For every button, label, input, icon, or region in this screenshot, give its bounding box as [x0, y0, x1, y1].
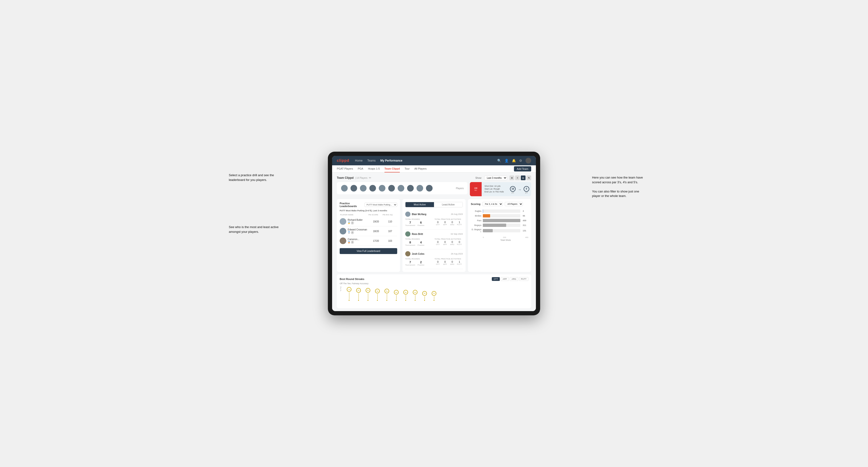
activity-card: Most Active Least Active Blair McHarg 26… — [402, 199, 466, 272]
streak-bubble: 4x — [403, 290, 408, 294]
activity-avatar — [405, 212, 410, 217]
putt-filter-button[interactable]: PUTT — [519, 277, 529, 281]
card-view-icon[interactable]: ▤ — [521, 176, 526, 180]
tablet-screen: clippd Home Teams My Performance 🔍 👤 🔔 ⚙… — [332, 156, 536, 311]
app-filter-button[interactable]: APP — [501, 277, 509, 281]
bar-label: Bogeys — [471, 224, 482, 226]
yds-left: 16 — [510, 186, 516, 192]
player-avatar — [340, 228, 346, 235]
filter-icon[interactable]: ⇅ — [526, 176, 531, 180]
ott-filter-button[interactable]: OTT — [492, 277, 500, 281]
bar-fill — [483, 214, 490, 217]
nav-item-home[interactable]: Home — [355, 159, 363, 162]
most-active-toggle[interactable]: Most Active — [405, 202, 434, 207]
bell-icon[interactable]: 🔔 — [512, 159, 516, 162]
streak-line — [434, 296, 434, 299]
chart-x-axis: 0 200 400 — [471, 236, 528, 239]
activity-player-name: Blair McHarg — [412, 213, 427, 216]
streak-pin: 5x — [375, 289, 380, 301]
sub-nav-pga[interactable]: PGA — [358, 165, 363, 173]
practice-activities-section: Total Practice Activities 0 OTT 0 — [434, 258, 463, 266]
arg-val: 0 — [449, 221, 456, 224]
activity-date: 26 Aug 2023 — [451, 213, 463, 215]
sub-nav-hcaps[interactable]: Hcaps 1-5 — [368, 165, 380, 173]
player-avatar[interactable] — [388, 184, 395, 192]
player-avatar[interactable] — [378, 184, 386, 192]
ott-label: OTT — [434, 243, 441, 246]
activity-player-info: Blair McHarg — [405, 212, 427, 217]
ott-val: 0 — [434, 241, 441, 243]
arg-val: 0 — [449, 241, 456, 243]
putt-label: PUTT — [456, 263, 463, 266]
activity-avatar — [405, 251, 410, 256]
streak-pin: 5x — [384, 289, 389, 301]
col-pb-score: PB SCORE — [368, 214, 382, 216]
arg-val: 0 — [449, 260, 456, 263]
nav-item-teams[interactable]: Teams — [367, 159, 375, 162]
people-icon[interactable]: 👤 — [504, 159, 508, 162]
sub-nav-all-players[interactable]: All Players — [414, 165, 427, 173]
scoring-players-filter[interactable]: All Players — [505, 202, 523, 206]
activity-header: Blair McHarg 26 Aug 2023 — [405, 212, 463, 217]
player-avatar[interactable] — [369, 184, 376, 192]
scoring-par-filter[interactable]: Par 3, 4 & 5s — [483, 202, 503, 206]
leaderboard-filter-select[interactable]: PUTT Must Make Putting... — [365, 203, 397, 207]
player-avatar[interactable] — [341, 184, 348, 192]
show-select[interactable]: Last 3 months Last month Last year — [484, 176, 507, 180]
annotation-right: Here you can see how the team have score… — [592, 175, 644, 198]
gold-medal-icon: 🥇 — [348, 222, 350, 224]
bar-value: 499 — [523, 219, 528, 222]
app-col: 0 APP — [442, 260, 448, 266]
putt-val: 1 — [456, 260, 463, 263]
rounds-section-title: Total Rounds — [405, 238, 434, 240]
bar-container — [483, 219, 520, 222]
sub-nav-pgat[interactable]: PGAT Players — [337, 165, 353, 173]
player-avatar[interactable] — [350, 184, 358, 192]
player-avatar[interactable] — [416, 184, 424, 192]
annotation-bottom-left: See who is the most and least active amo… — [229, 225, 281, 234]
search-icon[interactable]: 🔍 — [497, 159, 501, 162]
streak-line — [406, 295, 406, 299]
streak-line — [415, 295, 415, 299]
sub-nav-tour[interactable]: Tour — [404, 165, 409, 173]
bar-label: D. Bogeys + — [471, 228, 482, 233]
settings-icon[interactable]: ⚙ — [519, 159, 522, 162]
view-full-leaderboard-button[interactable]: View Full Leaderboard — [340, 248, 397, 254]
bar-row: Pars 499 — [471, 219, 528, 222]
avg-sq: 103 — [383, 240, 397, 242]
rounds-section-title: Total Rounds — [405, 218, 434, 220]
bar-container — [483, 224, 520, 227]
sub-nav-team-clippd[interactable]: Team Clippd — [384, 165, 400, 173]
streak-pin: 4x — [403, 290, 408, 301]
grid-view-icon[interactable]: ⊞ — [509, 176, 514, 180]
ott-col: 0 OTT — [434, 260, 441, 266]
avatar[interactable] — [526, 158, 531, 163]
player-avatar[interactable] — [426, 184, 433, 192]
streak-bubble: 5x — [384, 289, 389, 293]
practice-activities-title: Total Practice Activities — [434, 258, 463, 260]
add-team-button[interactable]: Add Team — [514, 166, 531, 172]
activity-player-item: Josh Coles 26 Aug 2023 Total Rounds 7 — [405, 249, 463, 269]
bar-value: 3 — [523, 210, 528, 212]
streak-line — [359, 293, 359, 299]
streaks-section: Best Round Streaks OTT APP ARG PUTT Off … — [337, 274, 531, 308]
arg-filter-button[interactable]: ARG — [510, 277, 518, 281]
bar-container — [483, 229, 520, 232]
streak-dot — [368, 300, 368, 301]
player-avatars-section: Players — [337, 182, 467, 194]
col-player-name: PLAYER NAME — [340, 214, 368, 216]
player-avatar[interactable] — [397, 184, 405, 192]
edit-icon[interactable]: ✏ — [369, 176, 371, 180]
player-avatar[interactable] — [360, 184, 367, 192]
bar-fill — [483, 219, 520, 222]
least-active-toggle[interactable]: Least Active — [434, 202, 463, 207]
tournament-label: Tournament — [405, 264, 415, 266]
team-title: Team Clippd | 14 Players ✏ — [337, 176, 371, 180]
shot-info: Shot Dist: 16 yds Start Lie: Rough End L… — [482, 183, 508, 195]
activity-player-info: Rees Britt — [405, 231, 423, 237]
player-avatar[interactable] — [407, 184, 414, 192]
putt-col: 0 PUTT — [456, 241, 463, 246]
streak-line — [425, 296, 425, 299]
list-view-icon[interactable]: ≡ — [515, 176, 520, 180]
nav-item-performance[interactable]: My Performance — [380, 159, 402, 162]
